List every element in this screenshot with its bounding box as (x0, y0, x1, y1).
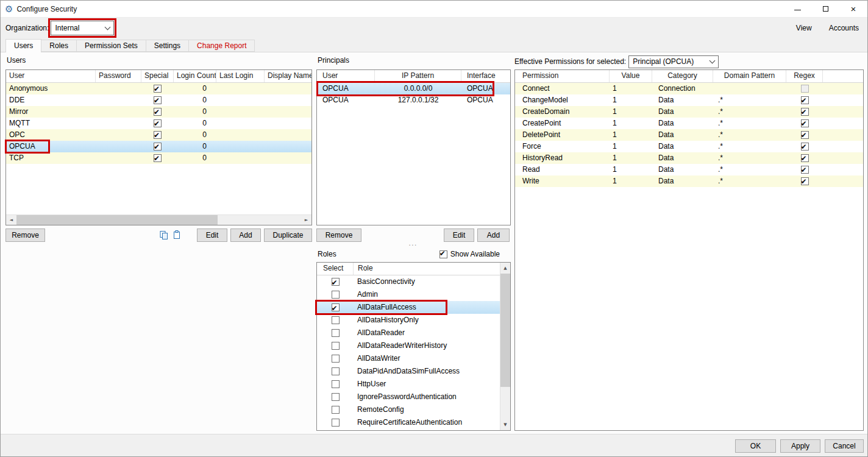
role-row[interactable]: AllDataReaderWriterHistory (317, 339, 500, 352)
show-available-checkbox[interactable] (439, 250, 447, 258)
role-row[interactable]: RemoteConfig (317, 403, 500, 416)
scrollbar-thumb[interactable] (16, 215, 218, 225)
role-row[interactable]: AllDataWriter (317, 352, 500, 365)
role-row[interactable]: Admin (317, 288, 500, 301)
regex-checkbox[interactable] (801, 96, 809, 104)
users-edit-button[interactable]: Edit (197, 228, 227, 242)
permission-row[interactable]: CreateDomain 1 Data .* (515, 106, 863, 118)
close-button[interactable]: × (839, 1, 867, 17)
tab[interactable]: Settings (146, 40, 189, 52)
role-row[interactable]: HttpUser (317, 378, 500, 391)
role-row[interactable]: AllDataFullAccess (317, 301, 500, 314)
permission-row[interactable]: HistoryRead 1 Data .* (515, 152, 863, 164)
role-checkbox[interactable] (332, 406, 340, 414)
scroll-left-icon[interactable]: ◄ (6, 218, 16, 222)
special-checkbox[interactable] (154, 85, 162, 93)
minimize-button[interactable] (783, 1, 811, 17)
role-checkbox[interactable] (332, 355, 340, 363)
regex-checkbox[interactable] (801, 166, 809, 174)
special-checkbox[interactable] (154, 154, 162, 162)
scroll-down-icon[interactable]: ▼ (500, 420, 510, 430)
permission-row[interactable]: CreatePoint 1 Data .* (515, 118, 863, 129)
scroll-up-icon[interactable]: ▲ (500, 263, 510, 273)
user-row[interactable]: Mirror 0 (6, 106, 311, 118)
col-regex[interactable]: Regex (786, 70, 823, 82)
regex-checkbox[interactable] (801, 143, 809, 151)
permission-row[interactable]: Read 1 Data .* (515, 164, 863, 175)
role-row[interactable]: AllDataReader (317, 327, 500, 339)
tab[interactable]: Users (5, 39, 41, 52)
col-value[interactable]: Value (610, 70, 652, 82)
menu-view[interactable]: View (796, 24, 812, 32)
col-special[interactable]: Special (141, 70, 174, 82)
user-row[interactable]: OPCUA 0 (6, 141, 311, 152)
permission-row[interactable]: Connect 1 Connection (515, 83, 863, 94)
role-checkbox[interactable] (332, 342, 340, 350)
special-checkbox[interactable] (154, 143, 162, 151)
user-row[interactable]: TCP 0 (6, 152, 311, 164)
scroll-right-icon[interactable]: ► (301, 218, 311, 222)
users-add-button[interactable]: Add (230, 228, 261, 242)
col-role[interactable]: Role (354, 263, 500, 275)
permission-row[interactable]: ChangeModel 1 Data .* (515, 94, 863, 106)
role-checkbox[interactable] (332, 393, 340, 401)
roles-vertical-scrollbar[interactable]: ▲ ▼ (500, 263, 510, 430)
role-row[interactable]: BasicConnectivity (317, 275, 500, 288)
principal-row[interactable]: OPCUA 0.0.0.0/0 OPCUA (317, 83, 510, 94)
organization-dropdown[interactable]: Internal (51, 21, 114, 35)
ok-button[interactable]: OK (735, 439, 776, 453)
tab[interactable]: Change Report (188, 40, 255, 52)
users-horizontal-scrollbar[interactable]: ◄ ► (6, 214, 311, 225)
role-checkbox[interactable] (332, 380, 340, 388)
regex-checkbox[interactable] (801, 119, 809, 127)
role-checkbox[interactable] (332, 303, 340, 311)
role-checkbox[interactable] (332, 329, 340, 337)
scrollbar-thumb[interactable] (500, 274, 510, 387)
regex-checkbox[interactable] (801, 177, 809, 185)
role-row[interactable]: AllDataHistoryOnly (317, 314, 500, 327)
role-row[interactable]: RequireCertificateAuthentication (317, 416, 500, 429)
col-last-login[interactable]: Last Login (216, 70, 265, 82)
col-select[interactable]: Select (317, 263, 354, 275)
regex-checkbox[interactable] (801, 85, 809, 93)
role-checkbox[interactable] (332, 278, 340, 286)
users-duplicate-button[interactable]: Duplicate (264, 228, 312, 242)
principals-add-button[interactable]: Add (477, 228, 510, 242)
principal-row[interactable]: OPCUA 127.0.0.1/32 OPCUA (317, 94, 510, 106)
menu-accounts[interactable]: Accounts (829, 24, 859, 32)
maximize-button[interactable] (811, 1, 839, 17)
user-row[interactable]: Anonymous 0 (6, 83, 311, 94)
col-interface[interactable]: Interface (461, 70, 510, 82)
regex-checkbox[interactable] (801, 154, 809, 162)
col-login-count[interactable]: Login Count (174, 70, 216, 82)
principals-edit-button[interactable]: Edit (444, 228, 474, 242)
col-permission[interactable]: Permission (515, 70, 610, 82)
special-checkbox[interactable] (154, 131, 162, 139)
tab[interactable]: Roles (41, 40, 77, 52)
permission-row[interactable]: Write 1 Data .* (515, 175, 863, 187)
tab[interactable]: Permission Sets (76, 40, 146, 52)
role-row[interactable]: DataPidAndDataSimFullAccess (317, 365, 500, 378)
regex-checkbox[interactable] (801, 108, 809, 116)
role-checkbox[interactable] (332, 291, 340, 299)
principal-selector-dropdown[interactable]: Principal (OPCUA) (628, 55, 719, 68)
role-checkbox[interactable] (332, 367, 340, 375)
copy-icon[interactable] (158, 228, 170, 242)
users-remove-button[interactable]: Remove (5, 228, 45, 242)
user-row[interactable]: MQTT 0 (6, 118, 311, 129)
principals-remove-button[interactable]: Remove (316, 228, 361, 242)
col-display-name[interactable]: Display Name (265, 70, 311, 82)
regex-checkbox[interactable] (801, 131, 809, 139)
special-checkbox[interactable] (154, 119, 162, 127)
role-checkbox[interactable] (332, 419, 340, 427)
col-category[interactable]: Category (652, 70, 713, 82)
paste-icon[interactable] (171, 228, 183, 242)
special-checkbox[interactable] (154, 108, 162, 116)
col-domain-pattern[interactable]: Domain Pattern (713, 70, 786, 82)
permission-row[interactable]: DeletePoint 1 Data .* (515, 129, 863, 141)
role-row[interactable]: IgnorePasswordAuthentication (317, 391, 500, 403)
role-checkbox[interactable] (332, 316, 340, 324)
col-user[interactable]: User (6, 70, 96, 82)
permission-row[interactable]: Force 1 Data .* (515, 141, 863, 152)
special-checkbox[interactable] (154, 96, 162, 104)
